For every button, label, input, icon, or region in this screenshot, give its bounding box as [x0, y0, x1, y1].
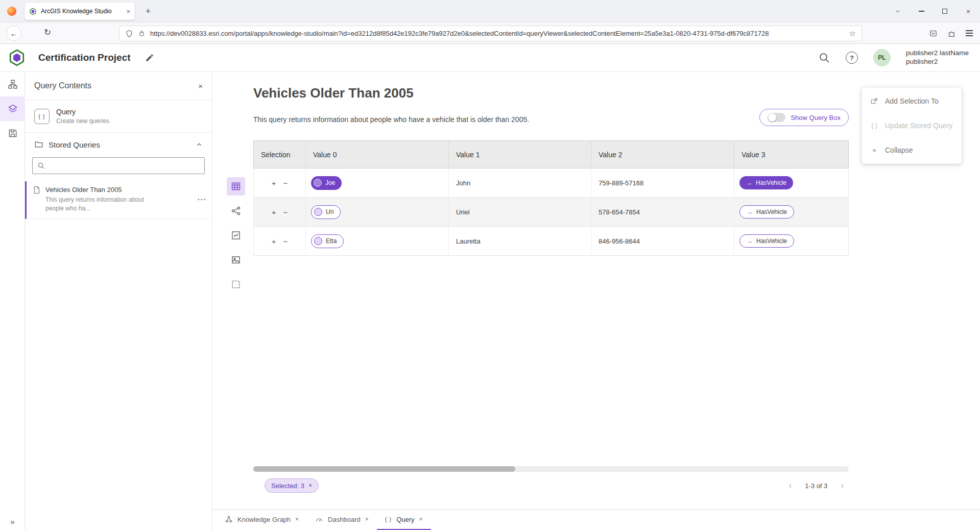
tab-close-icon[interactable]: ×	[295, 516, 299, 523]
url-text[interactable]: https://dev0028833.esri.com/portal/apps/…	[150, 30, 845, 37]
search-icon[interactable]	[818, 52, 830, 64]
table-row[interactable]: + − Uri Uriel 578-654-7854 → HasVehicle	[253, 198, 849, 227]
window-maximize-button[interactable]	[933, 0, 957, 22]
show-query-box-toggle[interactable]: Show Query Box	[759, 109, 849, 126]
firefox-icon[interactable]	[7, 7, 16, 16]
table-row[interactable]: + − Etta Lauretta 846-956-8644 → HasVehi…	[253, 227, 849, 256]
extensions-icon[interactable]	[947, 29, 956, 38]
window-minimize-button[interactable]	[910, 0, 933, 22]
results-table: Selection Value 0 Value 1 Value 2 Value …	[253, 140, 849, 256]
relationship-label: HasVehicle	[756, 237, 787, 245]
user-name: publisher2 lastName	[906, 49, 969, 58]
graph-link-view-button[interactable]	[227, 202, 245, 220]
item-options-icon[interactable]: ⋯	[197, 194, 206, 205]
clear-selection-icon[interactable]: ×	[308, 482, 312, 489]
save-rail-icon[interactable]	[0, 121, 25, 146]
entity-cell: Uri	[306, 198, 449, 226]
stored-queries-search-input[interactable]	[49, 162, 200, 170]
menu-item-collapse[interactable]: » Collapse	[862, 138, 961, 162]
previous-page-icon[interactable]: ‹	[789, 480, 792, 491]
panel-close-icon[interactable]: ×	[198, 82, 203, 90]
relationship-pill[interactable]: → HasVehicle	[739, 234, 794, 248]
next-page-icon[interactable]: ›	[841, 480, 844, 491]
hamburger-menu-icon[interactable]	[966, 30, 973, 36]
chevron-up-icon[interactable]	[196, 141, 203, 148]
browser-tab[interactable]: ArcGIS Knowledge Studio ×	[25, 3, 135, 20]
column-header[interactable]: Value 1	[449, 141, 591, 168]
user-avatar[interactable]: PL	[873, 49, 891, 66]
query-contents-panel: Query Contents × { } Query Create new qu…	[25, 72, 212, 530]
menu-item-update-stored-query[interactable]: { } Update Stored Query	[862, 113, 961, 138]
selected-count-chip[interactable]: Selected: 3 ×	[265, 478, 319, 493]
column-header[interactable]: Selection	[254, 141, 306, 168]
query-title: Vehicles Older Than 2005	[253, 85, 414, 101]
entity-pill[interactable]: Joe	[311, 176, 342, 190]
panel-title: Query Contents	[34, 81, 91, 90]
add-selection-icon[interactable]: +	[272, 179, 276, 187]
tab-list-chevron-icon[interactable]	[886, 0, 910, 22]
table-row[interactable]: + − Joe John 759-889-57168 → HasVehicle	[253, 168, 849, 198]
relationship-label: HasVehicle	[756, 208, 787, 215]
scrollbar-thumb[interactable]	[253, 466, 515, 472]
entity-pill[interactable]: Etta	[311, 234, 344, 248]
table-view-button[interactable]	[227, 177, 245, 196]
pocket-icon[interactable]	[929, 29, 938, 38]
entity-pill[interactable]: Uri	[311, 205, 341, 219]
expand-rail-icon[interactable]: »	[0, 517, 25, 526]
value-cell: 578-654-7854	[591, 198, 734, 226]
relationship-pill[interactable]: → HasVehicle	[739, 176, 793, 189]
selection-cell: + −	[254, 168, 306, 197]
url-bar[interactable]: https://dev0028833.esri.com/portal/apps/…	[119, 26, 862, 41]
edit-title-icon[interactable]	[145, 53, 154, 62]
menu-item-add-selection-to[interactable]: Add Selection To	[862, 89, 961, 113]
back-button[interactable]: ←	[6, 26, 21, 41]
stored-query-item[interactable]: Vehicles Older Than 2005 This query retu…	[25, 181, 212, 219]
tab-knowledge-graph[interactable]: Knowledge Graph ×	[217, 510, 307, 530]
new-query-item[interactable]: { } Query Create new queries	[25, 100, 212, 133]
pagination-label: 1-3 of 3	[805, 482, 827, 490]
relationship-cell: → HasVehicle	[734, 198, 849, 226]
tab-close-icon[interactable]: ×	[126, 8, 130, 15]
arcgis-knowledge-logo[interactable]	[8, 49, 26, 67]
browser-navbar: ← ↻ https://dev0028833.esri.com/portal/a…	[0, 22, 980, 44]
column-header[interactable]: Value 3	[734, 141, 849, 168]
refresh-button[interactable]: ↻	[44, 27, 51, 38]
stored-queries-searchbox[interactable]	[32, 157, 205, 174]
shield-icon[interactable]	[125, 30, 133, 38]
bookmark-star-icon[interactable]: ☆	[849, 29, 856, 38]
selection-cell: + −	[254, 198, 306, 226]
table-body: + − Joe John 759-889-57168 → HasVehicle	[253, 168, 849, 256]
user-account: publisher2	[906, 58, 969, 66]
remove-selection-icon[interactable]: −	[283, 237, 288, 246]
horizontal-scrollbar[interactable]	[253, 466, 849, 472]
window-close-button[interactable]: ×	[957, 0, 980, 22]
user-info[interactable]: publisher2 lastName publisher2	[906, 49, 969, 66]
tab-query[interactable]: { } Query ×	[377, 510, 431, 530]
selection-view-button[interactable]	[227, 275, 245, 294]
tab-close-icon[interactable]: ×	[365, 516, 369, 523]
stored-queries-header[interactable]: Stored Queries	[25, 133, 212, 153]
lock-icon[interactable]	[138, 30, 146, 37]
value-cell: Lauretta	[449, 227, 591, 255]
add-selection-icon[interactable]: +	[272, 237, 276, 246]
arrow-right-icon: →	[747, 208, 753, 215]
selected-count-label: Selected: 3	[271, 482, 304, 490]
toggle-switch[interactable]	[768, 113, 785, 122]
remove-selection-icon[interactable]: −	[283, 179, 288, 187]
map-view-button[interactable]	[227, 251, 245, 269]
entity-icon	[314, 237, 322, 245]
column-header[interactable]: Value 2	[591, 141, 734, 168]
help-icon[interactable]: ?	[846, 52, 858, 64]
tab-close-icon[interactable]: ×	[419, 516, 423, 523]
remove-selection-icon[interactable]: −	[283, 208, 288, 216]
column-header[interactable]: Value 0	[306, 141, 449, 168]
dashboard-icon	[315, 515, 323, 523]
tab-dashboard[interactable]: Dashboard ×	[307, 510, 377, 530]
table-footer: Selected: 3 × ‹ 1-3 of 3 ›	[253, 478, 849, 493]
chart-view-button[interactable]	[227, 226, 245, 245]
relationship-pill[interactable]: → HasVehicle	[739, 205, 794, 219]
contents-layers-rail-icon[interactable]	[0, 97, 25, 121]
data-model-rail-icon[interactable]	[0, 72, 25, 97]
new-tab-button[interactable]: +	[141, 4, 155, 18]
add-selection-icon[interactable]: +	[272, 208, 276, 216]
